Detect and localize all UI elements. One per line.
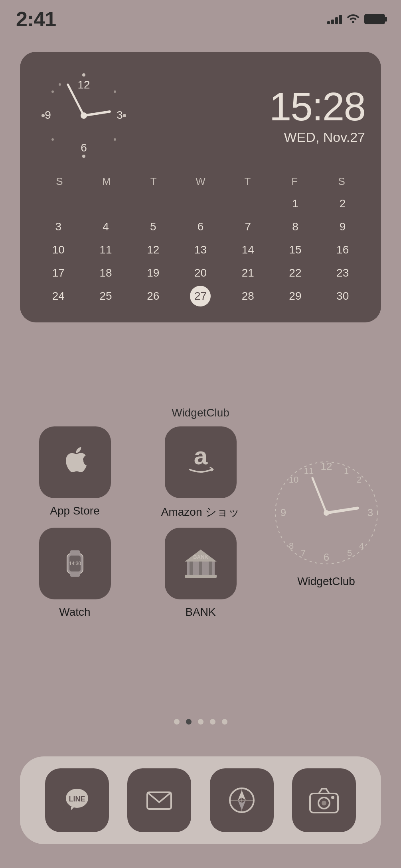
svg-rect-36 [70, 573, 80, 577]
svg-text:12: 12 [320, 460, 332, 472]
svg-text:10: 10 [288, 475, 298, 485]
svg-text:14:30: 14:30 [69, 561, 81, 566]
svg-point-6 [114, 138, 116, 141]
watch-item[interactable]: 14:30 Watch [16, 528, 134, 619]
amazon-label: Amazon ショッ [161, 505, 240, 520]
svg-point-8 [51, 90, 54, 93]
app-grid: App Store a Amazon ショッ 12 3 6 9 2 10 8 4… [16, 426, 385, 619]
svg-rect-43 [185, 575, 217, 578]
watch-label: Watch [59, 606, 90, 619]
svg-point-5 [114, 90, 116, 93]
digital-time: 15:28 [269, 86, 365, 126]
svg-rect-41 [199, 562, 202, 575]
dock-line-icon[interactable]: LINE [45, 768, 109, 832]
svg-text:7: 7 [300, 548, 305, 558]
dock-mail-icon[interactable] [127, 768, 191, 832]
amazon-item[interactable]: a Amazon ショッ [142, 426, 259, 520]
svg-text:a: a [194, 442, 207, 469]
bank-icon[interactable]: BANK [165, 528, 237, 599]
svg-text:2: 2 [356, 475, 361, 485]
signal-icon [327, 14, 342, 24]
svg-text:6: 6 [81, 141, 87, 154]
svg-text:11: 11 [304, 466, 313, 476]
svg-text:BANK: BANK [193, 554, 208, 560]
dock-camera-icon[interactable] [292, 768, 356, 832]
wifi-icon [347, 13, 360, 26]
page-dot-3[interactable] [198, 719, 203, 725]
svg-text:9: 9 [45, 109, 51, 121]
clock-widget-label: WidgetClub [297, 575, 355, 588]
svg-point-3 [41, 114, 45, 117]
svg-text:4: 4 [359, 541, 363, 551]
svg-text:5: 5 [347, 548, 352, 558]
clock-section: 12 3 6 9 15:28 WED, Nov.27 [36, 68, 365, 163]
page-dot-5[interactable] [222, 719, 227, 725]
page-dot-4[interactable] [210, 719, 215, 725]
watch-icon[interactable]: 14:30 [39, 528, 111, 599]
status-bar: 2:41 [0, 0, 401, 35]
svg-text:9: 9 [280, 507, 286, 518]
calendar: S M T W T F S 1 2 3 4 5 6 7 8 9 10 [36, 175, 365, 306]
svg-point-15 [81, 112, 87, 119]
svg-line-13 [84, 112, 110, 116]
svg-point-7 [51, 138, 54, 141]
calendar-body: 1 2 3 4 5 6 7 8 9 10 11 12 13 14 15 16 1… [36, 193, 365, 306]
digital-date: WED, Nov.27 [269, 130, 365, 145]
svg-point-56 [322, 801, 326, 805]
svg-point-0 [82, 73, 85, 77]
svg-text:6: 6 [323, 551, 329, 563]
bank-label: BANK [185, 606, 215, 619]
svg-text:8: 8 [288, 541, 293, 551]
main-widget[interactable]: 12 3 6 9 15:28 WED, Nov.27 S M T W T [20, 52, 381, 322]
calendar-header: S M T W T F S [36, 175, 365, 188]
svg-line-30 [326, 508, 358, 513]
clock-widget[interactable]: 12 3 6 9 2 10 8 4 11 1 7 5 WidgetClub [267, 426, 385, 619]
amazon-icon[interactable]: a [165, 426, 237, 498]
clock-widget-face: 12 3 6 9 2 10 8 4 11 1 7 5 [271, 457, 382, 569]
app-store-item[interactable]: App Store [16, 426, 134, 520]
svg-line-31 [312, 478, 326, 513]
bank-item[interactable]: BANK BANK [142, 528, 259, 619]
svg-text:12: 12 [77, 79, 90, 91]
svg-text:3: 3 [117, 109, 123, 121]
app-store-label: App Store [50, 505, 100, 517]
dock-safari-icon[interactable] [210, 768, 274, 832]
page-dot-1[interactable] [174, 719, 180, 725]
analog-clock: 12 3 6 9 [36, 68, 132, 163]
svg-rect-40 [190, 562, 193, 575]
status-icons [327, 13, 385, 26]
svg-point-2 [82, 155, 85, 158]
svg-text:3: 3 [367, 507, 373, 518]
svg-point-4 [59, 83, 61, 86]
page-dot-2[interactable] [186, 719, 192, 725]
svg-text:1: 1 [344, 466, 348, 476]
status-time: 2:41 [16, 7, 56, 31]
svg-point-32 [324, 510, 329, 516]
svg-text:LINE: LINE [69, 795, 85, 803]
svg-point-1 [123, 114, 126, 117]
digital-clock: 15:28 WED, Nov.27 [269, 86, 365, 145]
svg-rect-42 [209, 562, 212, 575]
svg-rect-35 [70, 550, 80, 554]
svg-point-57 [331, 796, 334, 799]
app-store-icon[interactable] [39, 426, 111, 498]
battery-icon [364, 14, 385, 24]
page-dots [0, 719, 401, 725]
widget-label: WidgetClub [0, 407, 401, 419]
dock: LINE [20, 756, 381, 844]
